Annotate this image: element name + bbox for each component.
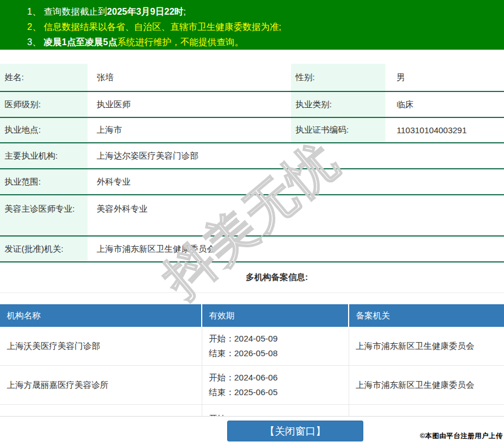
filing-authority	[349, 405, 504, 417]
filing-authority-header: 备案机关	[349, 304, 504, 327]
close-window-button[interactable]: 【关闭窗口】	[227, 421, 363, 441]
cosmetic-specialty-label: 美容主诊医师专业:	[0, 195, 88, 236]
validity-start: 开始：2025-01-21	[209, 412, 343, 417]
institution-name	[0, 405, 202, 417]
notice-3-prefix: 3、	[27, 37, 44, 47]
table-row: 发证(批准)机关: 上海市浦东新区卫生健康委员会	[0, 236, 504, 262]
main-institution-label: 主要执业机构:	[0, 143, 88, 169]
validity-period: 开始：2024-06-06 结束：2025-06-05	[202, 366, 349, 405]
validity-end: 结束：2026-05-08	[209, 346, 343, 361]
gender-value: 男	[385, 64, 504, 91]
institution-name: 上海方晟丽嘉医疗美容诊所	[0, 366, 202, 405]
notice-banner: 1、 查询数据截止到2025年3月9日22时; 2、 信息数据结果以各省、自治区…	[0, 0, 504, 50]
practice-scope-label: 执业范围:	[0, 169, 88, 195]
license-query-result-page: 1、 查询数据截止到2025年3月9日22时; 2、 信息数据结果以各省、自治区…	[0, 0, 504, 442]
notice-1-deadline: 2025年3月9日22时	[107, 7, 183, 16]
practice-category-value: 临床	[385, 91, 504, 117]
filing-authority: 上海市浦东新区卫生健康委员会	[349, 327, 504, 366]
validity-start: 开始：2024-05-09	[209, 331, 343, 346]
doctor-level-label: 医师级别:	[0, 91, 88, 117]
notice-3-maintenance-window: 凌晨1点至凌晨5点	[44, 37, 117, 47]
table-row: 医师级别: 执业医师 执业类别: 临床	[0, 91, 504, 117]
main-institution-value: 上海达尔姿医疗美容门诊部	[88, 143, 504, 169]
institution-name: 上海沃美医疗美容门诊部	[0, 327, 202, 366]
issuing-authority-value: 上海市浦东新区卫生健康委员会	[88, 236, 504, 262]
table-row: 执业范围: 外科专业	[0, 169, 504, 195]
issuing-authority-label: 发证(批准)机关:	[0, 236, 88, 262]
section-divider	[0, 292, 504, 293]
notice-line-2: 2、 信息数据结果以各省、自治区、直辖市卫生健康委数据为准;	[27, 19, 498, 34]
table-row: 美容主诊医师专业: 美容外科专业	[0, 195, 504, 236]
validity-start: 开始：2024-06-06	[209, 370, 343, 385]
notice-1-prefix: 1、 查询数据截止到	[27, 7, 107, 16]
gender-label: 性别:	[291, 64, 385, 91]
practice-location-label: 执业地点:	[0, 117, 88, 143]
table-row: 上海沃美医疗美容门诊部 开始：2024-05-09 结束：2026-05-08 …	[0, 327, 504, 366]
attribution-watermark: ©本图由平台注册用户上传	[420, 431, 503, 441]
license-number-value: 110310104003291	[385, 117, 504, 143]
practice-location-value: 上海市	[88, 117, 291, 143]
name-label: 姓名:	[0, 64, 88, 91]
validity-period-header: 有效期	[202, 304, 349, 327]
filing-table-viewport: 机构名称 有效期 备案机关 上海沃美医疗美容门诊部 开始：2024-05-09 …	[0, 304, 504, 417]
validity-period: 开始：2025-01-21	[202, 405, 349, 417]
notice-line-3: 3、 凌晨1点至凌晨5点系统进行维护，不能提供查询。	[27, 34, 498, 50]
filing-header-row: 机构名称 有效期 备案机关	[0, 304, 504, 327]
name-value: 张培	[88, 64, 291, 91]
notice-3-suffix: 系统进行维护，不能提供查询。	[117, 37, 244, 47]
notice-1-suffix: ;	[184, 7, 186, 16]
table-row: 姓名: 张培 性别: 男	[0, 64, 504, 91]
filing-table: 机构名称 有效期 备案机关 上海沃美医疗美容门诊部 开始：2024-05-09 …	[0, 304, 504, 417]
practice-category-label: 执业类别:	[291, 91, 385, 117]
institution-name-header: 机构名称	[0, 304, 202, 327]
cosmetic-specialty-value: 美容外科专业	[88, 195, 504, 236]
table-row: 主要执业机构: 上海达尔姿医疗美容门诊部	[0, 143, 504, 169]
practitioner-info-table: 姓名: 张培 性别: 男 医师级别: 执业医师 执业类别: 临床 执业地点: 上…	[0, 64, 504, 262]
doctor-level-value: 执业医师	[88, 91, 291, 117]
validity-period: 开始：2024-05-09 结束：2026-05-08	[202, 327, 349, 366]
license-number-label: 执业证书编码:	[291, 117, 385, 143]
filing-authority: 上海市浦东新区卫生健康委员会	[349, 366, 504, 405]
table-row: 上海方晟丽嘉医疗美容诊所 开始：2024-06-06 结束：2025-06-05…	[0, 366, 504, 405]
filing-section-title: 多机构备案信息:	[0, 272, 504, 282]
practice-scope-value: 外科专业	[88, 169, 504, 195]
notice-line-1: 1、 查询数据截止到2025年3月9日22时;	[27, 4, 498, 19]
table-row: 执业地点: 上海市 执业证书编码: 110310104003291	[0, 117, 504, 143]
table-row: 开始：2025-01-21	[0, 405, 504, 417]
validity-end: 结束：2025-06-05	[209, 385, 343, 400]
